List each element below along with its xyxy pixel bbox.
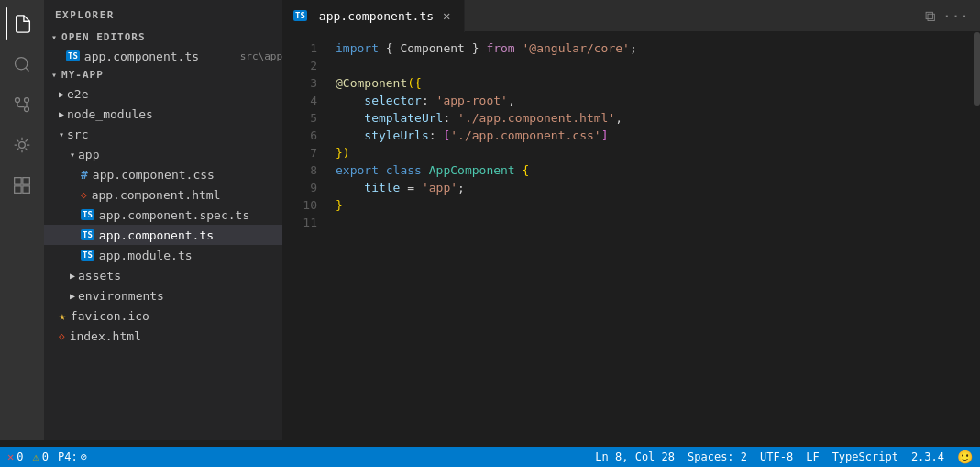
- editor-area: TS app.component.ts ✕ ⧉ ··· 12345 678910…: [282, 0, 980, 440]
- open-editor-item[interactable]: TS app.component.ts src\app: [44, 46, 282, 66]
- file-label: app.component.html: [92, 188, 282, 202]
- smiley-button[interactable]: 🙂: [957, 450, 973, 464]
- tree-item-app-component-css[interactable]: # app.component.css: [44, 164, 282, 184]
- chevron-down-icon: ▾: [51, 32, 58, 42]
- spaces-text: Spaces: 2: [688, 450, 747, 463]
- svg-line-1: [26, 68, 29, 72]
- tree-item-app-component-spec[interactable]: TS app.component.spec.ts: [44, 205, 282, 225]
- open-editor-filename: app.component.ts: [84, 50, 235, 63]
- sidebar: Explorer ▾ Open Editors TS app.component…: [44, 0, 282, 440]
- status-bar: ✕ 0 ⚠ 0 P4: ⊘ Ln 8, Col 28 Spaces: 2 UTF…: [0, 447, 980, 467]
- version-text: 2.3.4: [911, 450, 944, 463]
- profile-label: P4:: [58, 450, 78, 463]
- folder-label: e2e: [67, 87, 282, 101]
- svg-point-0: [16, 58, 28, 70]
- status-warnings[interactable]: ⚠ 0: [32, 450, 48, 463]
- tree-item-node-modules[interactable]: ▶ node_modules: [44, 104, 282, 124]
- status-left: ✕ 0 ⚠ 0 P4: ⊘: [7, 450, 87, 463]
- files-icon[interactable]: [6, 7, 39, 40]
- smiley-icon: 🙂: [957, 450, 973, 464]
- file-label: app.component.ts: [99, 228, 282, 242]
- code-line-1: import { Component } from '@angular/core…: [336, 39, 980, 57]
- chevron-down-icon: ▾: [70, 150, 75, 160]
- main-container: Explorer ▾ Open Editors TS app.component…: [44, 0, 980, 440]
- scrollbar-thumb[interactable]: [974, 32, 980, 106]
- svg-rect-10: [23, 186, 30, 194]
- encoding[interactable]: UTF-8: [760, 450, 793, 463]
- language-text: TypeScript: [832, 450, 898, 463]
- tab-bar: TS app.component.ts ✕ ⧉ ···: [282, 0, 980, 32]
- tree-item-src[interactable]: ▾ src: [44, 124, 282, 144]
- chevron-right-icon: ▶: [70, 291, 75, 301]
- chevron-right-icon: ▶: [59, 109, 64, 119]
- tree-item-app-component-html[interactable]: ◇ app.component.html: [44, 184, 282, 205]
- code-line-10: }: [336, 196, 980, 214]
- chevron-down-icon: ▾: [59, 129, 64, 139]
- file-label: app.component.css: [93, 168, 282, 182]
- open-editors-section[interactable]: ▾ Open Editors: [44, 28, 282, 46]
- line-ending[interactable]: LF: [806, 450, 819, 463]
- tree-item-app[interactable]: ▾ app: [44, 144, 282, 164]
- tree-item-favicon[interactable]: ★ favicon.ico: [44, 306, 282, 326]
- code-line-9: title = 'app';: [336, 179, 980, 196]
- svg-rect-9: [15, 186, 22, 194]
- code-line-6: styleUrls: ['./app.component.css']: [336, 127, 980, 144]
- svg-rect-8: [23, 178, 30, 185]
- favicon-icon: ★: [59, 309, 66, 323]
- tab-filename: app.component.ts: [319, 9, 434, 23]
- svg-point-3: [25, 107, 29, 112]
- file-label: app.component.spec.ts: [99, 208, 282, 222]
- code-line-3: @Component({: [336, 74, 980, 92]
- error-icon: ✕: [7, 450, 14, 463]
- debug-icon[interactable]: [6, 128, 39, 161]
- file-label: app.module.ts: [99, 249, 282, 262]
- folder-label: environments: [78, 289, 282, 303]
- tree-item-e2e[interactable]: ▶ e2e: [44, 83, 282, 104]
- open-editors-label: Open Editors: [61, 31, 145, 43]
- file-label: index.html: [70, 329, 282, 343]
- code-line-4: selector: 'app-root',: [336, 92, 980, 109]
- html-icon: ◇: [59, 330, 65, 342]
- tree-item-index-html[interactable]: ◇ index.html: [44, 326, 282, 346]
- code-content[interactable]: import { Component } from '@angular/core…: [328, 32, 980, 440]
- cursor-position[interactable]: Ln 8, Col 28: [595, 450, 675, 463]
- folder-label: src: [67, 128, 282, 141]
- ts-badge: TS: [293, 10, 307, 21]
- sidebar-title: Explorer: [44, 0, 282, 28]
- tree-item-app-module[interactable]: TS app.module.ts: [44, 245, 282, 265]
- language-mode[interactable]: TypeScript: [832, 450, 898, 463]
- my-app-section[interactable]: ▾ My-App: [44, 66, 282, 83]
- line-numbers: 12345 67891011: [282, 32, 328, 440]
- chevron-down-icon: ▾: [51, 70, 58, 80]
- ts-badge: TS: [81, 250, 94, 261]
- folder-label: node_modules: [67, 107, 282, 121]
- source-control-icon[interactable]: [6, 88, 39, 121]
- css-icon: #: [81, 168, 88, 182]
- error-count: 0: [17, 450, 23, 463]
- status-errors[interactable]: ✕ 0: [7, 450, 23, 463]
- tree-item-assets[interactable]: ▶ assets: [44, 265, 282, 285]
- search-icon[interactable]: [6, 48, 39, 81]
- folder-label: assets: [78, 269, 282, 283]
- indentation[interactable]: Spaces: 2: [688, 450, 747, 463]
- close-tab-button[interactable]: ✕: [441, 8, 452, 23]
- line-ending-text: LF: [806, 450, 819, 463]
- folder-label: app: [78, 148, 282, 161]
- more-actions-icon[interactable]: ···: [942, 7, 969, 25]
- position-text: Ln 8, Col 28: [595, 450, 675, 463]
- split-editor-icon[interactable]: ⧉: [925, 7, 935, 25]
- editor-tab[interactable]: TS app.component.ts ✕: [282, 0, 465, 32]
- extensions-icon[interactable]: [6, 169, 39, 202]
- scrollbar[interactable]: [971, 32, 980, 440]
- tree-item-environments[interactable]: ▶ environments: [44, 285, 282, 306]
- activity-bar: [0, 0, 44, 440]
- code-line-11: [336, 214, 980, 231]
- file-label: favicon.ico: [71, 309, 282, 323]
- status-profile[interactable]: P4: ⊘: [58, 450, 87, 463]
- ts-badge: TS: [81, 209, 94, 220]
- ts-version[interactable]: 2.3.4: [911, 450, 944, 463]
- tree-item-app-component-ts[interactable]: TS app.component.ts: [44, 225, 282, 245]
- svg-point-6: [19, 142, 26, 149]
- code-editor[interactable]: 12345 67891011 import { Component } from…: [282, 32, 980, 440]
- svg-point-2: [16, 98, 20, 103]
